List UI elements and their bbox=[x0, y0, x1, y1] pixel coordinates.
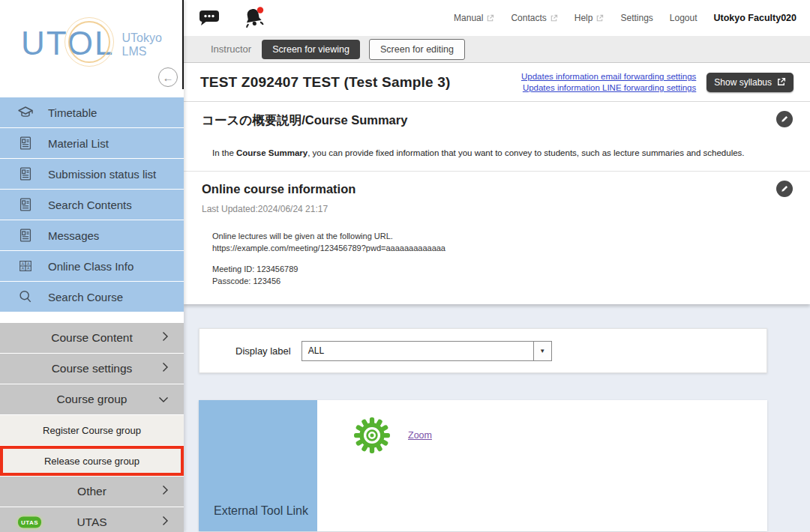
logo-subtext: UTokyo LMS bbox=[122, 28, 162, 59]
help-link[interactable]: Help bbox=[574, 13, 604, 23]
utol-lms-app: UTOL UTokyo LMS ← Timetable Material Lis bbox=[0, 0, 810, 532]
clipboard-list-icon bbox=[16, 165, 34, 183]
sidebar-item-material-list[interactable]: Material List bbox=[0, 128, 184, 158]
sidebar-item-search-contents[interactable]: Search Contents bbox=[0, 190, 184, 220]
online-course-info-section: Online course information Last Updated:2… bbox=[184, 172, 810, 304]
online-course-info-heading: Online course information bbox=[202, 182, 792, 196]
content-list-area: Display label ALL ▼ External Tool Link Z… bbox=[184, 304, 810, 532]
course-summary-heading: コースの概要説明/Course Summary bbox=[202, 112, 792, 129]
sidebar-collapse-button[interactable]: ← bbox=[158, 67, 178, 87]
manual-link[interactable]: Manual bbox=[454, 13, 494, 23]
sidebar-gap bbox=[0, 312, 184, 323]
online-lecture-line: Online lectures will be given at the fol… bbox=[212, 231, 792, 243]
current-user-name: Utokyo Faculty020 bbox=[714, 13, 796, 23]
utol-logo: UTOL UTokyo LMS bbox=[21, 27, 162, 60]
sidebar-item-messages[interactable]: Messages bbox=[0, 220, 184, 250]
messages-chat-button[interactable] bbox=[197, 5, 221, 31]
display-label-text: Display label bbox=[236, 345, 291, 357]
sidebar-subitem-release-course-group[interactable]: Release course group bbox=[0, 446, 184, 476]
sidebar-group-course-settings[interactable]: Course settings bbox=[0, 354, 184, 384]
sidebar-group-utas[interactable]: UTAS UTAS bbox=[0, 507, 184, 532]
last-updated-text: Last Updated:2024/06/24 21:17 bbox=[202, 204, 792, 214]
chevron-down-icon bbox=[158, 393, 169, 406]
passcode: Passcode: 123456 bbox=[212, 276, 792, 288]
display-label-select[interactable]: ALL ▼ bbox=[302, 341, 552, 361]
sidebar-group-other[interactable]: Other bbox=[0, 477, 184, 507]
show-syllabus-button[interactable]: Show syllabus bbox=[706, 73, 794, 92]
external-link-icon bbox=[596, 14, 604, 22]
zoom-tool-link[interactable]: Zoom bbox=[408, 430, 432, 441]
selected-option: ALL bbox=[302, 345, 533, 356]
clipboard-list-icon bbox=[16, 226, 34, 244]
sidebar-group-course-group[interactable]: Course group bbox=[0, 384, 184, 414]
screen-for-viewing-button[interactable]: Screen for viewing bbox=[262, 40, 360, 59]
email-forwarding-settings-link[interactable]: Updates information email forwarding set… bbox=[521, 72, 696, 81]
sidebar-item-label: Messages bbox=[48, 229, 99, 242]
sidebar-item-search-course[interactable]: Search Course bbox=[0, 282, 184, 312]
external-link-icon bbox=[550, 14, 558, 22]
course-summary-description: In the Course Summary, you can provide f… bbox=[212, 148, 792, 157]
sidebar-item-label: Search Contents bbox=[48, 199, 132, 211]
external-tool-link-body: Zoom bbox=[317, 400, 767, 531]
edit-online-info-button[interactable] bbox=[776, 181, 793, 197]
sidebar-item-submission-status[interactable]: Submission status list bbox=[0, 159, 184, 189]
online-info-body: Online lectures will be given at the fol… bbox=[212, 231, 792, 288]
sidebar-subitem-register-course-group[interactable]: Register Course group bbox=[0, 415, 184, 445]
course-title-bar: TEST Z092407 TEST (Test Sample 3) Update… bbox=[184, 63, 810, 102]
external-tool-link-panel: External Tool Link bbox=[199, 400, 317, 531]
edit-course-summary-button[interactable] bbox=[776, 111, 793, 127]
graduation-cap-icon bbox=[16, 103, 34, 121]
sidebar-item-label: Online Class Info bbox=[48, 260, 134, 273]
chat-bubble-icon bbox=[197, 7, 221, 28]
sidebar-item-timetable[interactable]: Timetable bbox=[0, 97, 184, 127]
logo-area: UTOL UTokyo LMS ← bbox=[0, 0, 184, 97]
sidebar-item-online-class-info[interactable]: AAAA Online Class Info bbox=[0, 251, 184, 281]
sidebar: UTOL UTokyo LMS ← Timetable Material Lis bbox=[0, 0, 184, 532]
pencil-icon bbox=[780, 184, 789, 193]
logout-link[interactable]: Logout bbox=[670, 13, 698, 23]
course-summary-section: コースの概要説明/Course Summary In the Course Su… bbox=[184, 102, 810, 172]
settings-link[interactable]: Settings bbox=[620, 13, 652, 23]
line-forwarding-settings-link[interactable]: Updates information LINE forwarding sett… bbox=[523, 83, 696, 92]
screen-for-editing-button[interactable]: Screen for editing bbox=[369, 39, 465, 60]
arrow-left-icon: ← bbox=[163, 71, 174, 84]
external-link-icon bbox=[776, 77, 786, 87]
header-divider-line bbox=[182, 0, 184, 89]
contacts-link[interactable]: Contacts bbox=[511, 13, 557, 23]
clipboard-list-icon bbox=[16, 134, 34, 152]
course-title: TEST Z092407 TEST (Test Sample 3) bbox=[200, 74, 451, 91]
utas-logo-icon: UTAS bbox=[18, 517, 41, 528]
dropdown-arrow-icon: ▼ bbox=[533, 342, 551, 360]
sidebar-item-label: Search Course bbox=[48, 291, 123, 303]
external-link-icon bbox=[486, 14, 494, 22]
svg-text:A: A bbox=[22, 262, 25, 266]
display-label-filter-card: Display label ALL ▼ bbox=[199, 328, 767, 373]
top-header: Manual Contacts Help Settings Logout Uto… bbox=[184, 0, 810, 36]
meeting-url: https://example.com/meeting/123456789?pw… bbox=[212, 243, 792, 255]
sidebar-item-label: Timetable bbox=[48, 106, 97, 119]
sidebar-group-course-content[interactable]: Course Content bbox=[0, 323, 184, 353]
sidebar-item-label: Material List bbox=[48, 137, 109, 150]
chevron-right-icon bbox=[162, 362, 169, 375]
search-icon bbox=[16, 288, 34, 306]
external-tool-link-row: External Tool Link Zoom bbox=[199, 400, 767, 531]
gear-icon bbox=[353, 417, 391, 457]
screen-mode-bar: Instructor Screen for viewing Screen for… bbox=[184, 36, 810, 63]
main-content: Manual Contacts Help Settings Logout Uto… bbox=[184, 0, 810, 532]
bell-icon bbox=[241, 6, 266, 30]
pencil-icon bbox=[780, 115, 789, 124]
chevron-right-icon bbox=[162, 516, 169, 529]
svg-text:A: A bbox=[27, 266, 30, 270]
logo-ring bbox=[68, 21, 110, 63]
role-label: Instructor bbox=[211, 43, 251, 55]
notifications-bell-button[interactable] bbox=[241, 5, 266, 31]
notification-dot bbox=[257, 7, 263, 13]
svg-text:A: A bbox=[27, 262, 30, 266]
sidebar-item-label: Submission status list bbox=[48, 168, 156, 181]
chevron-right-icon bbox=[162, 485, 169, 498]
svg-text:A: A bbox=[22, 266, 25, 270]
class-grid-icon: AAAA bbox=[16, 257, 34, 275]
meeting-id: Meeting ID: 123456789 bbox=[212, 264, 792, 276]
header-links: Manual Contacts Help Settings Logout Uto… bbox=[454, 13, 796, 23]
external-tool-link-label: External Tool Link bbox=[214, 504, 308, 518]
